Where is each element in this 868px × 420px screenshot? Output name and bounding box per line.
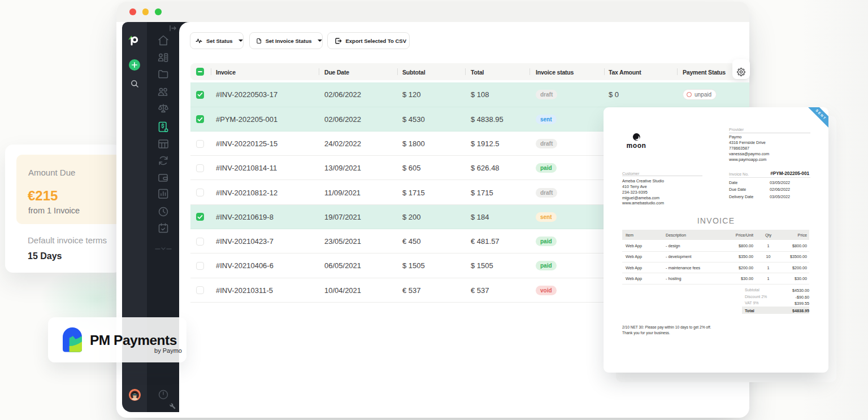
svg-text:moon: moon bbox=[627, 142, 646, 149]
